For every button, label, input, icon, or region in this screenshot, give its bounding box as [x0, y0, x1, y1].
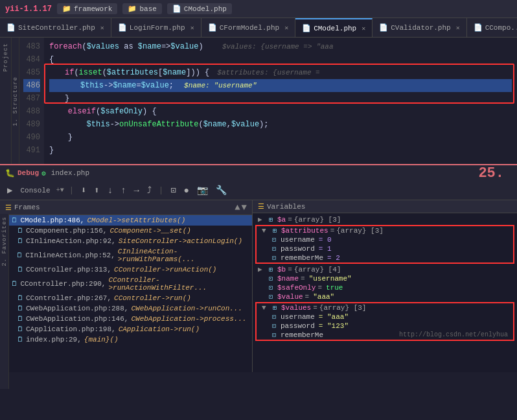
structure-panel: 1. Structure — [12, 38, 19, 164]
rerun-button[interactable]: ↑ — [119, 184, 128, 197]
tab-ccompo[interactable]: 📄 CCompo... ✕ — [467, 18, 517, 37]
frame-item-9[interactable]: 🗒 CApplication.php:198, CApplication->ru… — [0, 324, 252, 334]
var-name-var[interactable]: ⊡ $name = "username" — [253, 274, 517, 283]
item-icon-username: ⊡ — [270, 236, 279, 244]
expand-b: ▶ — [258, 265, 264, 274]
up-arrow[interactable]: ▲ — [235, 202, 240, 213]
frame-method-9: CApplication->run() — [119, 325, 200, 333]
frame-item-6[interactable]: 🗒 CController.php:267, CController->run(… — [0, 293, 252, 303]
down-arrow[interactable]: ▼ — [242, 202, 247, 213]
vars-panel: ☰ Variables ▶ ⊞ $a = {array} [3] ▼ ⊞ $at… — [253, 200, 517, 372]
var-safeonly[interactable]: ⊡ $safeOnly = true — [253, 283, 517, 292]
step-into-button[interactable]: ⬆ — [92, 183, 101, 197]
var-type-b: {array} [4] — [294, 266, 341, 274]
step-over-button[interactable]: ⬇ — [79, 183, 88, 197]
var-equals-value: = — [305, 293, 310, 301]
code-line-491: } — [49, 144, 512, 157]
frames-header: ☰ Frames ▲ ▼ — [0, 200, 252, 215]
var-attributes[interactable]: ▼ ⊞ $attributes = {array} [3] — [257, 226, 513, 235]
debug-icon: 🐛 — [5, 169, 15, 178]
var-val-username-entry[interactable]: ⊡ username = "aaa" — [257, 312, 513, 321]
frame-item-0[interactable]: ● 🗒 CModel.php:486, CModel->setAttribute… — [0, 215, 252, 226]
var-attr-rememberme[interactable]: ⊡ rememberMe = 2 — [257, 253, 513, 262]
frame-item-4[interactable]: 🗒 CController.php:313, CController->runA… — [0, 264, 252, 275]
run-cursor-button[interactable]: → — [132, 184, 141, 197]
frame-item-2[interactable]: 🗒 CInlineAction.php:92, SiteController->… — [0, 236, 252, 246]
var-value[interactable]: ⊡ $value = "aaa" — [253, 292, 517, 301]
tab-cvalidator[interactable]: 📄 CValidator.php ✕ — [373, 18, 466, 37]
tab-cformmodel[interactable]: 📄 CFormModel.php ✕ — [201, 18, 295, 37]
step-out-button[interactable]: ↓ — [106, 184, 115, 197]
tab-cmodel[interactable]: 📄 CModel.php ✕ — [295, 18, 373, 37]
tab-icon6: 📄 — [474, 23, 483, 32]
var-val-safeonly: true — [326, 284, 343, 292]
close-icon4[interactable]: ✕ — [362, 25, 365, 32]
var-val-password-entry[interactable]: ⊡ password = "123" — [257, 321, 513, 331]
frame-item-3[interactable]: 🗒 CInlineAction.php:52, CInlineAction->r… — [0, 246, 252, 264]
favorites-label: 2. Favorites — [1, 216, 8, 266]
run-button[interactable]: ▶ — [5, 183, 14, 197]
frame-file-1: CComponent.php:156, — [26, 227, 107, 235]
frame-item-1[interactable]: 🗒 CComponent.php:156, CComponent->__set(… — [0, 226, 252, 236]
frame-method-1: CComponent->__set() — [109, 227, 190, 235]
var-key-rem: rememberMe — [281, 331, 323, 339]
frame-file-icon10: 🗒 — [17, 336, 23, 344]
code-line-483: foreach($values as $name=>$value) $value… — [49, 40, 512, 53]
tab-loginform[interactable]: 📄 LoginForm.php ✕ — [111, 18, 201, 37]
close-icon[interactable]: ✕ — [100, 24, 104, 32]
item-icon-rem: ⊡ — [270, 331, 279, 339]
frame-item-5[interactable]: ✕ 🗒 CController.php:290, CController->ru… — [0, 275, 252, 293]
var-val-value: "aaa" — [313, 293, 334, 301]
framework-breadcrumb[interactable]: 📁 framework — [57, 3, 117, 14]
frame-file-icon2: 🗒 — [17, 237, 23, 245]
settings-button[interactable]: 🔧 — [214, 183, 229, 197]
screenshot-button[interactable]: 📷 — [195, 183, 210, 197]
frame-file-icon7: 🗒 — [17, 305, 23, 312]
var-type-attributes: {array} [3] — [336, 227, 384, 235]
frames-icon: ☰ — [5, 204, 12, 212]
var-a[interactable]: ▶ ⊞ $a = {array} [3] — [253, 215, 517, 224]
frame-file-icon9: 🗒 — [17, 325, 23, 333]
breakpoint-button[interactable]: ● — [182, 184, 191, 197]
var-attr-username[interactable]: ⊡ username = 0 — [257, 235, 513, 244]
code-line-484: { — [49, 53, 512, 66]
close-icon5[interactable]: ✕ — [456, 24, 460, 32]
debug-label: Debug — [17, 169, 39, 177]
frames-panel: ☰ Frames ▲ ▼ ● 🗒 CModel.php:486, CModel-… — [0, 200, 253, 372]
folder-icon: 📁 — [62, 5, 71, 13]
var-key-pwd: password — [281, 322, 315, 330]
var-values[interactable]: ▼ ⊞ $values = {array} [3] — [257, 303, 513, 312]
eval-button[interactable]: ⤴ — [145, 184, 154, 197]
close-icon2[interactable]: ✕ — [190, 24, 194, 32]
frame-method-5: CController->runActionWithFilter... — [108, 276, 247, 292]
var-name-b: $b — [277, 266, 286, 274]
frame-method-6: CController->run() — [114, 294, 191, 302]
frame-file-icon1: 🗒 — [17, 227, 23, 235]
watch-button[interactable]: ⊡ — [168, 183, 178, 197]
array-icon-attributes: ⊞ — [270, 227, 279, 235]
close-icon3[interactable]: ✕ — [284, 24, 288, 32]
var-val-remember-entry[interactable]: ⊡ rememberMe http://blog.csdn.net/enlyhu… — [257, 331, 513, 340]
expand-a: ▶ — [258, 215, 264, 224]
var-equals-safe: = — [317, 284, 322, 292]
var-b[interactable]: ▶ ⊞ $b = {array} [4] — [253, 264, 517, 274]
debug-file: index.php — [51, 169, 89, 177]
frame-item-7[interactable]: 🗒 CWebApplication.php:288, CWebApplicati… — [0, 303, 252, 314]
frame-method-4: CController->runAction() — [114, 266, 216, 274]
vars-header: ☰ Variables — [253, 200, 517, 213]
var-name-safeonly: $safeOnly — [277, 284, 316, 292]
var-attr-password[interactable]: ⊡ password = 1 — [257, 244, 513, 253]
frame-item-10[interactable]: 🗒 index.php:29, {main}() — [0, 334, 252, 345]
frame-file-3: CInlineAction.php:52, — [25, 251, 115, 259]
code-line-486: $this->$name=$value; $name: "username" — [49, 79, 512, 92]
base-breadcrumb[interactable]: 📁 base — [122, 3, 161, 14]
cmodel-breadcrumb[interactable]: 📄 CModel.php — [167, 3, 232, 14]
code-line-490: } — [49, 131, 512, 144]
console-button[interactable]: Console — [18, 185, 52, 196]
frame-file-7: CWebApplication.php:288, — [26, 305, 128, 312]
frame-file-9: CApplication.php:198, — [26, 325, 116, 333]
vars-icon: ☰ — [258, 202, 264, 211]
frame-method-0: CModel->setAttributes() — [87, 216, 185, 224]
tab-sitecontroller[interactable]: 📄 SiteController.php ✕ — [0, 18, 111, 37]
frame-item-8[interactable]: 🗒 CWebApplication.php:146, CWebApplicati… — [0, 314, 252, 324]
